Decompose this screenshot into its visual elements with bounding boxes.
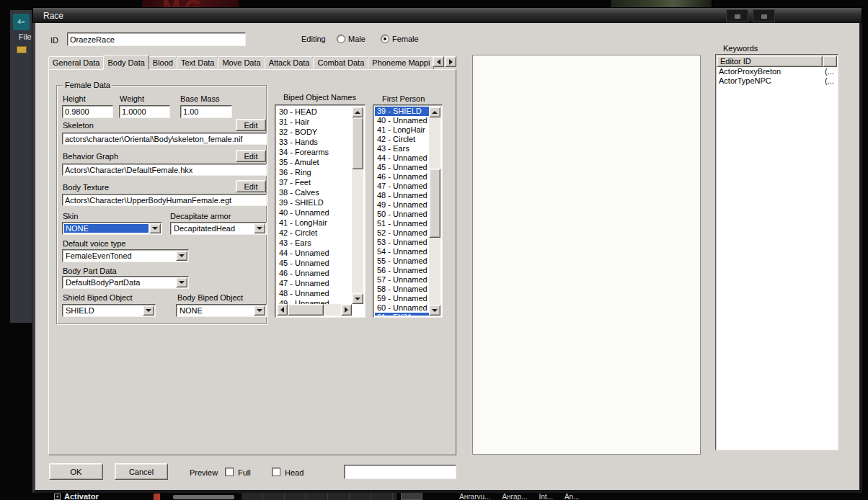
body-part-data-select[interactable]: DefaultBodyPartData [62,276,189,289]
biped-object-item[interactable]: 33 - Hands [277,137,352,147]
weight-input[interactable] [119,105,170,118]
male-radio[interactable] [337,35,345,43]
keyword-row[interactable]: ActorTypeNPC (... [717,76,837,86]
scrollbar-thumb[interactable] [288,304,324,316]
race-dialog-titlebar[interactable]: Race [32,7,862,23]
scrollbar-thumb[interactable] [429,169,440,238]
default-voice-type-select[interactable]: FemaleEvenToned [62,249,189,262]
skeleton-path-input[interactable] [62,133,267,145]
biped-object-item[interactable]: 49 - Unnamed [277,298,352,304]
biped-object-item[interactable]: 47 - Unnamed [277,278,352,288]
first-person-item[interactable]: 41 - LongHair [375,125,429,135]
shield-biped-object-select[interactable]: SHIELD [62,304,156,317]
first-person-item[interactable]: 61 - FX01 [375,313,429,316]
first-person-item[interactable]: 53 - Unnamed [375,238,429,247]
first-person-item[interactable]: 59 - Unnamed [375,294,429,303]
body-texture-edit-button[interactable]: Edit [236,180,266,192]
file-menu[interactable]: File [19,32,32,41]
scroll-up-button[interactable] [429,107,440,117]
first-person-item[interactable]: 46 - Unnamed [375,172,429,182]
skin-dropdown-button[interactable] [149,223,161,233]
first-person-item[interactable]: 39 - SHIELD [375,107,429,116]
biped-object-item[interactable]: 43 - Ears [277,238,352,248]
biped-object-item[interactable]: 42 - Circlet [277,228,352,238]
scroll-left-button[interactable] [277,304,288,316]
biped-object-item[interactable]: 37 - Feet [277,177,352,187]
first-person-item[interactable]: 42 - Circlet [375,135,429,144]
body-part-dropdown-button[interactable] [176,277,187,287]
vertical-scrollbar[interactable] [429,107,440,316]
decapitate-armor-select[interactable]: DecapitatedHead [170,222,267,235]
second-column-header[interactable] [823,55,837,67]
scroll-up-button[interactable] [352,107,363,117]
behavior-graph-edit-button[interactable]: Edit [236,150,266,162]
first-person-item[interactable]: 44 - Unnamed [375,153,429,163]
window-button-1[interactable] [726,9,748,22]
first-person-item[interactable]: 52 - Unnamed [375,228,429,238]
body-texture-path-input[interactable] [62,194,267,206]
first-person-item[interactable]: 40 - Unnamed [375,116,429,125]
window-button-2[interactable] [753,9,775,22]
first-person-item[interactable]: 43 - Ears [375,144,429,153]
first-person-item[interactable]: 54 - Unnamed [375,247,429,256]
skin-select[interactable]: NONE [62,222,162,235]
tab[interactable]: Combat Data [313,56,368,69]
ok-button[interactable]: OK [49,463,103,480]
first-person-item[interactable]: 55 - Unnamed [375,256,429,266]
first-person-item[interactable]: 47 - Unnamed [375,182,429,191]
body-biped-dropdown-button[interactable] [254,305,265,316]
keywords-list[interactable]: Editor ID ActorProxyBreton (... ActorTyp… [715,54,838,450]
skeleton-edit-button[interactable]: Edit [236,119,266,131]
first-person-item[interactable]: 45 - Unnamed [375,163,429,172]
biped-object-item[interactable]: 36 - Ring [277,167,352,177]
biped-object-item[interactable]: 46 - Unnamed [277,268,352,278]
biped-object-item[interactable]: 34 - Forearms [277,147,352,157]
cancel-button[interactable]: Cancel [115,463,168,480]
decapitate-dropdown-button[interactable] [254,223,265,233]
tab[interactable]: Blood [149,56,177,69]
first-person-item[interactable]: 48 - Unnamed [375,191,429,200]
tab[interactable]: General Data [48,56,104,69]
biped-object-item[interactable]: 45 - Unnamed [277,258,352,268]
scroll-down-button[interactable] [352,293,363,304]
vertical-scrollbar[interactable] [352,107,363,304]
biped-object-item[interactable]: 39 - SHIELD [277,197,352,207]
first-person-list[interactable]: 39 - SHIELD40 - Unnamed41 - LongHair42 -… [373,104,443,318]
horizontal-scrollbar[interactable] [277,304,352,316]
height-input[interactable] [62,105,113,118]
tab-scroll-left-button[interactable] [433,56,444,67]
body-biped-object-select[interactable]: NONE [176,304,267,317]
first-person-item[interactable]: 60 - Unnamed [375,303,429,313]
behavior-graph-path-input[interactable] [62,164,267,176]
tab[interactable]: Text Data [177,56,218,69]
first-person-item[interactable]: 58 - Unnamed [375,285,429,294]
biped-object-item[interactable]: 30 - HEAD [277,107,352,117]
biped-object-item[interactable]: 40 - Unnamed [277,207,352,218]
tab-scroll-right-button[interactable] [445,56,456,67]
biped-object-item[interactable]: 38 - Calves [277,187,352,197]
head-checkbox[interactable] [272,468,280,476]
first-person-item[interactable]: 51 - Unnamed [375,219,429,228]
tree-expander-icon[interactable]: + [54,494,61,500]
full-checkbox[interactable] [225,468,234,476]
keyword-row[interactable]: ActorProxyBreton (... [717,67,837,76]
biped-object-item[interactable]: 41 - LongHair [277,218,352,228]
biped-object-item[interactable]: 44 - Unnamed [277,248,352,258]
biped-object-item[interactable]: 48 - Unnamed [277,288,352,298]
id-input[interactable] [67,32,246,46]
tab[interactable]: Body Data [103,55,149,70]
shield-biped-dropdown-button[interactable] [143,305,154,316]
base-mass-input[interactable] [180,105,232,118]
first-person-item[interactable]: 49 - Unnamed [375,200,429,210]
tab[interactable]: Phoneme Mappi [368,56,434,69]
biped-object-item[interactable]: 35 - Amulet [277,157,352,167]
scrollbar-thumb[interactable] [352,117,363,169]
female-radio[interactable] [381,35,389,43]
editor-id-column-header[interactable]: Editor ID [717,55,823,67]
first-person-item[interactable]: 56 - Unnamed [375,266,429,275]
tab[interactable]: Attack Data [265,56,314,69]
preview-text-field[interactable] [344,465,456,479]
tab[interactable]: Move Data [218,56,265,69]
scroll-down-button[interactable] [429,305,440,316]
biped-object-item[interactable]: 31 - Hair [277,117,352,127]
